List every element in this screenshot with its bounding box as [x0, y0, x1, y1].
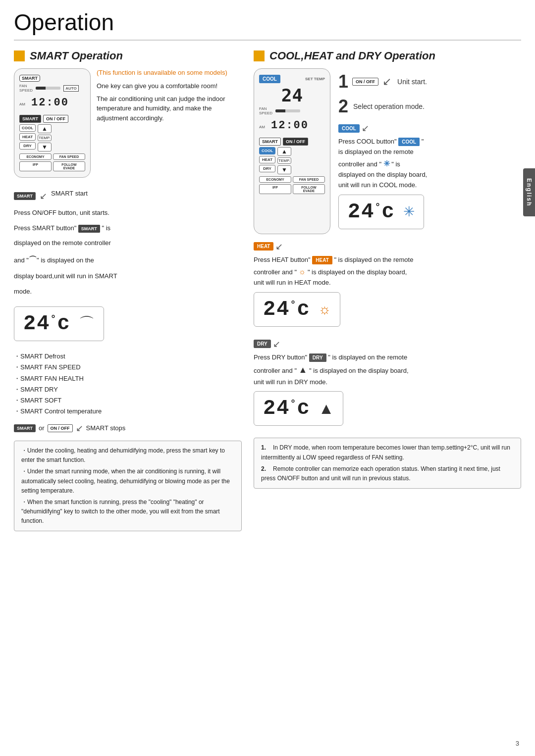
feature-defrost: SMART Defrost: [14, 351, 242, 362]
mode-buttons-left: SMART ON / OFF COOL HEAT DRY ▲ TEMP: [19, 115, 85, 151]
temp-display-left: 24°c ⌒: [14, 306, 104, 341]
followevade-btn-left[interactable]: FOLLOW EVADE: [53, 161, 85, 171]
onoff-badge-stop[interactable]: ON / OFF: [48, 424, 73, 432]
heat-inline-badge: HEAT: [312, 256, 332, 264]
instructions-displayed: displayed on the remote controller: [14, 238, 242, 249]
dry-btn-left[interactable]: DRY: [19, 142, 36, 150]
smart-stops-row: SMART or ON / OFF ↙ SMART stops: [14, 423, 242, 434]
cool-section-title: COOL,HEAT and DRY Operation: [269, 50, 435, 62]
smart-badge-start[interactable]: SMART: [14, 192, 36, 200]
followevade-btn-right[interactable]: FOLLOW EVADE: [293, 184, 325, 194]
right-note-2: 2.Remote controller can memorize each op…: [261, 464, 514, 483]
heat-desc: Press HEAT button" HEAT " is displayed o…: [254, 255, 521, 288]
cool-temp-display: 24°c ✳: [338, 195, 424, 229]
arrow-up-right[interactable]: ▲: [277, 147, 291, 156]
arrow-down-right[interactable]: ▼: [277, 165, 291, 174]
cool-badge-step[interactable]: COOL: [338, 124, 360, 133]
fan-speed-bar-right: [275, 109, 300, 112]
economy-btn-left[interactable]: ECONOMY: [19, 153, 52, 160]
note-2: Under the smart running mode, when the a…: [21, 467, 234, 496]
onoff-btn-left[interactable]: ON / OFF: [43, 115, 68, 123]
cool-temp-value: 24°c: [348, 200, 395, 224]
mode-col-right: COOL HEAT DRY: [259, 147, 275, 174]
unavailable-note: (This function is unavailable on some mo…: [97, 68, 242, 77]
step2-text: Select operation mode.: [353, 102, 425, 110]
dry-inline-badge: DRY: [309, 353, 326, 362]
cool-badge-remote-top: COOL: [259, 75, 280, 83]
bottom-btns-right: ECONOMY FAN SPEED: [259, 176, 325, 183]
temp-btn-left: TEMP.: [38, 135, 51, 141]
temp-display-right-remote: 24: [259, 85, 325, 105]
arrow-start: ↙: [40, 191, 47, 202]
remote-top-left: SMART: [19, 75, 85, 82]
arrow-stop: ↙: [76, 423, 83, 434]
feature-dry: SMART DRY: [14, 384, 242, 395]
ifp-btn-left[interactable]: IFP: [19, 161, 52, 171]
right-notes-box: 1.In DRY mode, when room temperature bec…: [254, 438, 521, 489]
steps-column: 1 ON / OFF ↙ Unit start. 2 Select operat…: [338, 68, 521, 234]
arrow-col-right: ▲ TEMP. ▼: [277, 147, 291, 174]
remote-display-area-right: FANSPEED: [259, 106, 325, 115]
cool-btn-right[interactable]: COOL: [259, 147, 275, 154]
desc-text-1: One key can give you a comfortable room!: [97, 81, 242, 91]
step1-number: 1: [338, 71, 348, 92]
arrow-heat: ↙: [275, 241, 283, 252]
dry-badge-row: DRY ↙: [254, 339, 521, 350]
temp-btn-right: TEMP.: [277, 157, 291, 164]
arrow-up-left[interactable]: ▲: [38, 124, 51, 133]
ifp-btn-right[interactable]: IFP: [259, 184, 291, 194]
mode-buttons-right: SMART ON / OFF COOL HEAT DRY ▲ TEMP: [259, 138, 325, 174]
dry-badge[interactable]: DRY: [254, 340, 271, 348]
heat-badge[interactable]: HEAT: [254, 242, 273, 251]
snowflake-symbol: ✳: [403, 203, 415, 220]
fan-speed-bar: [36, 87, 60, 90]
heat-section: HEAT ↙ Press HEAT button" HEAT " is disp…: [254, 241, 521, 332]
onoff-step1-badge[interactable]: ON / OFF: [352, 78, 378, 86]
time-display-left: AM 12:00: [19, 95, 85, 112]
smart-start-row: SMART ↙ SMART start: [14, 189, 242, 204]
smart-btn-left[interactable]: SMART: [19, 115, 41, 123]
or-text: or: [39, 424, 45, 432]
dry-temp-display: 24°c ▲: [254, 391, 343, 426]
dry-btn-right[interactable]: DRY: [259, 165, 275, 172]
arrow-dry: ↙: [273, 339, 280, 350]
economy-btn-right[interactable]: ECONOMY: [259, 176, 291, 183]
section-square-left: [14, 50, 25, 61]
left-column: SMART Operation SMART FANSPEED AUTO: [14, 50, 242, 531]
heat-btn-right[interactable]: HEAT: [259, 156, 275, 163]
cool-mode-block: COOL ↙ Press COOL button" COOL " is disp…: [338, 123, 521, 191]
step2-row: 2 Select operation mode.: [338, 96, 521, 117]
instructions-and: and "⌒" is displayed on the: [14, 253, 242, 266]
smart-btn-right[interactable]: SMART: [259, 138, 281, 146]
smart-onoff-row: SMART ON / OFF: [19, 115, 85, 123]
moon-symbol: ⌒: [79, 313, 95, 335]
smart-onoff-row-right: SMART ON / OFF: [259, 138, 325, 146]
fanspeed-btn-right[interactable]: FAN SPEED: [293, 176, 325, 183]
heat-temp-display: 24°c ☼: [254, 292, 340, 327]
right-column: COOL,HEAT and DRY Operation COOL SET TEM…: [254, 50, 521, 531]
sun-symbol: ☼: [319, 302, 331, 317]
dry-section: DRY ↙ Press DRY button" DRY " is display…: [254, 339, 521, 431]
onoff-btn-right[interactable]: ON / OFF: [283, 138, 308, 146]
arrow-col: ▲ TEMP. ▼: [38, 124, 51, 151]
feature-soft: SMART SOFT: [14, 395, 242, 406]
mode-col: COOL HEAT DRY: [19, 124, 36, 151]
fanspeed-btn-left[interactable]: FAN SPEED: [53, 153, 85, 160]
arrow-down-left[interactable]: ▼: [38, 143, 51, 151]
clock-display-left: 12:00: [31, 97, 69, 109]
cool-desc: Press COOL button" COOL " is displayed o…: [338, 137, 521, 191]
am-label-left: AM: [19, 102, 25, 106]
cool-btn-left[interactable]: COOL: [19, 124, 36, 132]
note-1: Under the cooling, heating and dehumidif…: [21, 446, 234, 465]
am-label-right: AM: [259, 125, 265, 129]
smart-badge-stop[interactable]: SMART: [14, 424, 36, 432]
cool-section-header: COOL,HEAT and DRY Operation: [254, 50, 521, 62]
heat-btn-left[interactable]: HEAT: [19, 133, 36, 141]
cool-inline-badge: COOL: [398, 138, 420, 146]
dry-temp-value: 24°c: [263, 397, 311, 420]
right-note-1: 1.In DRY mode, when room temperature bec…: [261, 443, 514, 462]
features-list: SMART Defrost SMART FAN SPEED SMART FAN …: [14, 351, 242, 417]
bottom-btns-left2: IFP FOLLOW EVADE: [19, 161, 85, 171]
drop-symbol-inline: ▲: [299, 365, 308, 375]
mode-arrow-row: COOL HEAT DRY ▲ TEMP. ▼: [19, 124, 85, 151]
